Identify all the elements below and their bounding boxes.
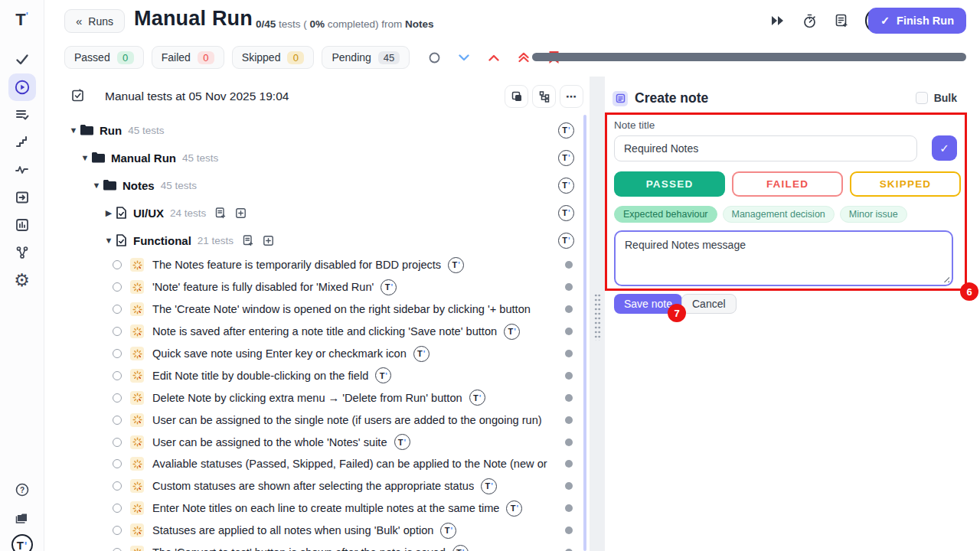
testomat-badge[interactable]: T' [394,434,410,450]
analytics-icon[interactable] [8,211,36,239]
test-row[interactable]: Edit Note title by double-clicking on th… [64,364,583,386]
test-row[interactable]: 'Note' feature is fully disabled for 'Mi… [64,276,583,298]
testomat-badge[interactable]: T' [452,545,469,551]
test-status-dot[interactable] [565,305,573,313]
chevron-right-icon[interactable]: ▶ [103,208,115,218]
chevron-down-icon[interactable]: ▼ [79,153,91,162]
testomat-badge[interactable]: T' [381,279,397,295]
tag-expected-behaviour[interactable]: Expected behaviour [614,206,717,223]
testomat-badge[interactable]: T' [481,478,497,494]
test-status-dot[interactable] [565,261,573,269]
test-plan-icon[interactable] [8,101,36,129]
projects-folder-icon[interactable] [8,504,36,531]
branches-icon[interactable] [8,239,36,266]
test-status-radio[interactable] [113,393,122,403]
testomat-badge[interactable]: T' [558,178,574,194]
test-row[interactable]: Statuses are applied to all notes when u… [64,520,583,542]
test-row[interactable]: Avaliable statuses (Passed, Skipped, Fai… [64,453,583,475]
note-message-textarea[interactable]: Required Notes message [614,230,953,286]
note-title-input[interactable] [614,135,917,161]
chevron-down-icon[interactable] [458,51,470,64]
steps-icon[interactable] [8,129,36,156]
test-row[interactable]: Custom statuses are shown after selectin… [64,475,583,497]
chevron-down-icon[interactable]: ▼ [90,181,103,190]
test-status-radio[interactable] [113,371,122,380]
test-status-dot[interactable] [565,482,573,490]
test-status-dot[interactable] [565,504,573,512]
test-status-radio[interactable] [113,548,122,551]
tree-folder-notes[interactable]: ▼ Notes 45 tests T' [64,171,583,199]
import-icon[interactable] [8,184,36,211]
unexecuted-circle-icon[interactable] [428,51,440,64]
test-status-dot[interactable] [565,350,573,357]
test-status-radio[interactable] [113,416,122,425]
more-options-button[interactable]: ⋯ [560,85,583,108]
test-row[interactable]: Enter Note titles on each line to create… [64,497,583,520]
tree-suite-functional[interactable]: ▼ Functional 21 tests T' [64,227,583,254]
chevron-up-icon[interactable] [488,51,500,64]
testomat-badge[interactable]: T' [469,390,485,406]
test-row[interactable]: Quick save note using Enter key or check… [64,343,583,365]
bulk-toggle[interactable]: Bulk [916,92,957,104]
runs-play-icon[interactable] [8,73,36,101]
tests-check-icon[interactable] [8,46,36,73]
test-status-dot[interactable] [565,328,573,335]
test-status-radio[interactable] [113,481,122,491]
test-status-dot[interactable] [565,439,573,446]
tag-minor-issue[interactable]: Minor issue [840,206,907,223]
test-status-dot[interactable] [565,527,573,534]
testomat-badge[interactable]: T' [506,500,522,517]
test-row[interactable]: The 'Convert to test' button is shown af… [64,542,583,551]
testomat-badge[interactable]: T' [375,367,391,383]
bulk-checkbox[interactable] [916,92,928,104]
account-logo-icon[interactable]: T' [8,531,36,551]
test-status-radio[interactable] [113,459,122,468]
testomat-badge[interactable]: T' [504,324,520,340]
filter-pending[interactable]: Pending 45 [322,46,410,69]
tree-suite-uiux[interactable]: ▶ UI/UX 24 tests T' [64,199,583,227]
add-note-icon[interactable] [833,12,850,29]
copy-run-button[interactable] [505,85,528,108]
test-status-radio[interactable] [113,438,122,447]
test-status-dot[interactable] [565,460,573,468]
test-status-dot[interactable] [565,416,573,424]
status-passed-button[interactable]: PASSED [614,171,725,197]
testomat-badge[interactable]: T' [558,122,574,139]
test-row[interactable]: Note is saved after entering a note titl… [64,321,583,343]
testomat-badge[interactable]: T' [558,205,574,221]
filter-skipped[interactable]: Skipped 0 [232,46,315,69]
activity-pulse-icon[interactable] [8,156,36,184]
double-chevron-up-icon[interactable] [518,51,530,64]
tree-folder-run[interactable]: ▼ Run 45 tests T' [64,116,583,144]
test-status-radio[interactable] [113,282,122,292]
tree-folder-manual-run[interactable]: ▼ Manual Run 45 tests T' [64,144,583,171]
test-status-radio[interactable] [113,349,122,358]
test-status-radio[interactable] [113,327,122,336]
test-row[interactable]: User can be assigned to the single note … [64,409,583,431]
test-status-dot[interactable] [565,283,573,291]
help-icon[interactable]: ? [8,476,36,504]
test-status-radio[interactable] [113,504,122,513]
status-skipped-button[interactable]: SKIPPED [850,171,961,197]
timer-icon[interactable] [801,12,818,29]
fast-forward-icon[interactable] [769,12,786,29]
tag-management-decision[interactable]: Management decision [723,206,835,223]
test-row[interactable]: The 'Create Note' window is opened on th… [64,298,583,321]
test-row[interactable]: The Notes feature is temporarily disable… [64,254,583,276]
test-status-dot[interactable] [565,394,573,402]
finish-run-button[interactable]: ✓ Finish Run [868,8,966,34]
back-to-runs-button[interactable]: « Runs [64,9,125,33]
testomat-badge[interactable]: T' [440,523,456,539]
divider-drag-handle[interactable] [594,293,601,341]
test-status-radio[interactable] [113,305,122,314]
test-status-radio[interactable] [113,260,122,269]
chevron-down-icon[interactable]: ▼ [103,236,115,245]
tree-view-button[interactable] [532,85,556,108]
filter-failed[interactable]: Failed 0 [152,46,224,69]
cancel-button[interactable]: Cancel [681,294,737,314]
testomat-badge[interactable]: T' [558,233,574,249]
settings-gear-icon[interactable]: ⚙ [8,266,36,294]
quick-save-check-button[interactable]: ✓ [932,135,957,161]
suite-note-icon[interactable] [214,207,227,219]
test-row[interactable]: Delete Note by clicking extra menu → 'De… [64,386,583,409]
